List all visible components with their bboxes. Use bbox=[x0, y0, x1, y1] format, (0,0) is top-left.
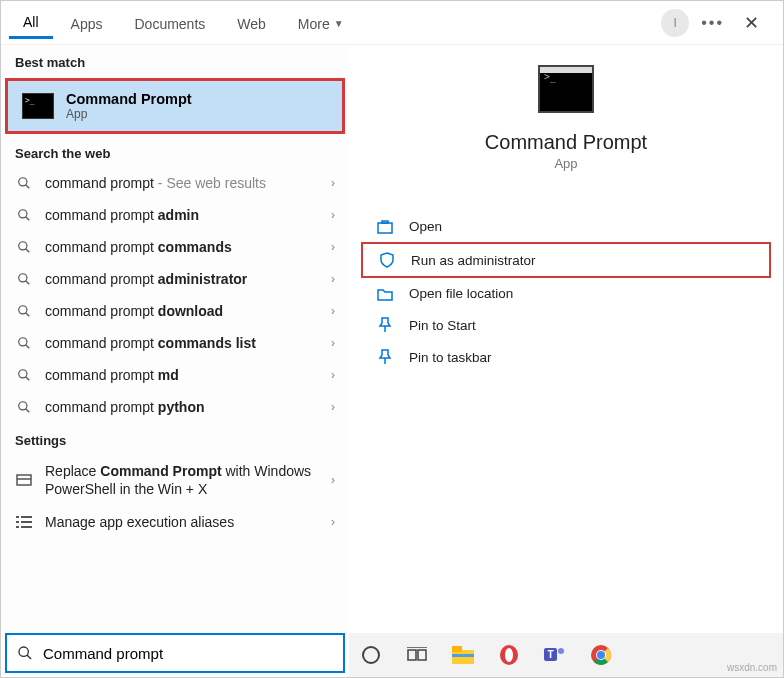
web-result-text: command prompt python bbox=[45, 399, 331, 415]
pin-icon bbox=[375, 317, 395, 333]
settings-text: Manage app execution aliases bbox=[45, 514, 331, 530]
filter-tabs: All Apps Documents Web More▼ bbox=[9, 6, 661, 39]
web-result-text: command prompt download bbox=[45, 303, 331, 319]
svg-line-9 bbox=[26, 313, 30, 317]
web-result-text: command prompt administrator bbox=[45, 271, 331, 287]
tab-web[interactable]: Web bbox=[223, 6, 280, 39]
close-icon[interactable]: ✕ bbox=[736, 8, 767, 38]
shield-icon bbox=[377, 252, 397, 268]
opera-icon[interactable] bbox=[497, 643, 521, 667]
web-result[interactable]: command prompt administrator› bbox=[1, 263, 349, 295]
chrome-icon[interactable] bbox=[589, 643, 613, 667]
svg-line-13 bbox=[26, 377, 30, 381]
action-pin-start[interactable]: Pin to Start bbox=[361, 309, 771, 341]
svg-line-7 bbox=[26, 281, 30, 285]
teams-icon[interactable]: T bbox=[543, 643, 567, 667]
tab-more[interactable]: More▼ bbox=[284, 6, 358, 39]
svg-point-36 bbox=[505, 648, 513, 662]
search-icon bbox=[17, 645, 33, 661]
action-open-location[interactable]: Open file location bbox=[361, 278, 771, 309]
section-search-web: Search the web bbox=[1, 136, 349, 167]
top-tab-bar: All Apps Documents Web More▼ I ••• ✕ bbox=[1, 1, 783, 45]
file-explorer-icon[interactable] bbox=[451, 643, 475, 667]
svg-rect-25 bbox=[382, 221, 388, 223]
svg-point-28 bbox=[363, 647, 379, 663]
open-icon bbox=[375, 220, 395, 234]
settings-result[interactable]: Manage app execution aliases› bbox=[1, 506, 349, 538]
search-icon bbox=[15, 336, 33, 350]
chevron-right-icon: › bbox=[331, 304, 335, 318]
folder-icon bbox=[375, 287, 395, 301]
task-view-icon[interactable] bbox=[405, 643, 429, 667]
chevron-right-icon: › bbox=[331, 272, 335, 286]
action-run-as-admin[interactable]: Run as administrator bbox=[361, 242, 771, 278]
chevron-right-icon: › bbox=[331, 240, 335, 254]
web-result-text: command prompt commands list bbox=[45, 335, 331, 351]
svg-rect-16 bbox=[17, 475, 31, 485]
action-open[interactable]: Open bbox=[361, 211, 771, 242]
settings-result[interactable]: Replace Command Prompt with Windows Powe… bbox=[1, 454, 349, 506]
watermark: wsxdn.com bbox=[727, 662, 777, 673]
web-result[interactable]: command prompt download› bbox=[1, 295, 349, 327]
web-result[interactable]: command prompt md› bbox=[1, 359, 349, 391]
preview-subtitle: App bbox=[349, 156, 783, 171]
svg-rect-24 bbox=[378, 223, 392, 233]
web-result[interactable]: command prompt - See web results› bbox=[1, 167, 349, 199]
cortana-icon[interactable] bbox=[359, 643, 383, 667]
taskbar: T bbox=[349, 633, 783, 677]
web-result[interactable]: command prompt admin› bbox=[1, 199, 349, 231]
svg-point-6 bbox=[19, 274, 27, 282]
preview-title: Command Prompt bbox=[349, 131, 783, 154]
svg-point-0 bbox=[19, 178, 27, 186]
svg-line-1 bbox=[26, 185, 30, 189]
svg-rect-33 bbox=[452, 646, 462, 652]
search-bar[interactable] bbox=[5, 633, 345, 673]
search-icon bbox=[15, 304, 33, 318]
svg-line-15 bbox=[26, 409, 30, 413]
best-match-subtitle: App bbox=[66, 107, 192, 121]
tab-documents[interactable]: Documents bbox=[120, 6, 219, 39]
web-result[interactable]: command prompt python› bbox=[1, 391, 349, 423]
svg-point-10 bbox=[19, 338, 27, 346]
web-result-text: command prompt commands bbox=[45, 239, 331, 255]
user-avatar[interactable]: I bbox=[661, 9, 689, 37]
web-result[interactable]: command prompt commands› bbox=[1, 231, 349, 263]
tab-all[interactable]: All bbox=[9, 6, 53, 39]
section-best-match: Best match bbox=[1, 45, 349, 76]
chevron-right-icon: › bbox=[331, 176, 335, 190]
svg-point-44 bbox=[597, 651, 605, 659]
settings-icon bbox=[15, 474, 33, 486]
svg-point-2 bbox=[19, 210, 27, 218]
chevron-right-icon: › bbox=[331, 473, 335, 487]
svg-line-27 bbox=[27, 655, 31, 659]
search-icon bbox=[15, 208, 33, 222]
preview-panel: Command Prompt App Open Run as administr… bbox=[349, 45, 783, 631]
best-match-text: Command Prompt App bbox=[66, 91, 192, 121]
svg-line-3 bbox=[26, 217, 30, 221]
svg-rect-23 bbox=[21, 526, 32, 528]
list-icon bbox=[15, 516, 33, 528]
svg-rect-29 bbox=[408, 650, 416, 660]
chevron-right-icon: › bbox=[331, 336, 335, 350]
svg-point-14 bbox=[19, 402, 27, 410]
more-options-icon[interactable]: ••• bbox=[701, 14, 724, 32]
pin-icon bbox=[375, 349, 395, 365]
svg-rect-22 bbox=[16, 526, 19, 528]
chevron-down-icon: ▼ bbox=[334, 18, 344, 29]
search-input[interactable] bbox=[43, 645, 333, 662]
chevron-right-icon: › bbox=[331, 515, 335, 529]
search-icon bbox=[15, 176, 33, 190]
web-result-text: command prompt md bbox=[45, 367, 331, 383]
svg-point-12 bbox=[19, 370, 27, 378]
chevron-right-icon: › bbox=[331, 400, 335, 414]
best-match-result[interactable]: Command Prompt App bbox=[5, 78, 345, 134]
svg-rect-34 bbox=[452, 654, 474, 657]
action-pin-taskbar[interactable]: Pin to taskbar bbox=[361, 341, 771, 373]
tab-apps[interactable]: Apps bbox=[57, 6, 117, 39]
svg-text:T: T bbox=[547, 649, 553, 660]
search-icon bbox=[15, 272, 33, 286]
settings-text: Replace Command Prompt with Windows Powe… bbox=[45, 462, 331, 498]
web-result[interactable]: command prompt commands list› bbox=[1, 327, 349, 359]
svg-point-26 bbox=[19, 647, 28, 656]
results-panel: Best match Command Prompt App Search the… bbox=[1, 45, 349, 631]
